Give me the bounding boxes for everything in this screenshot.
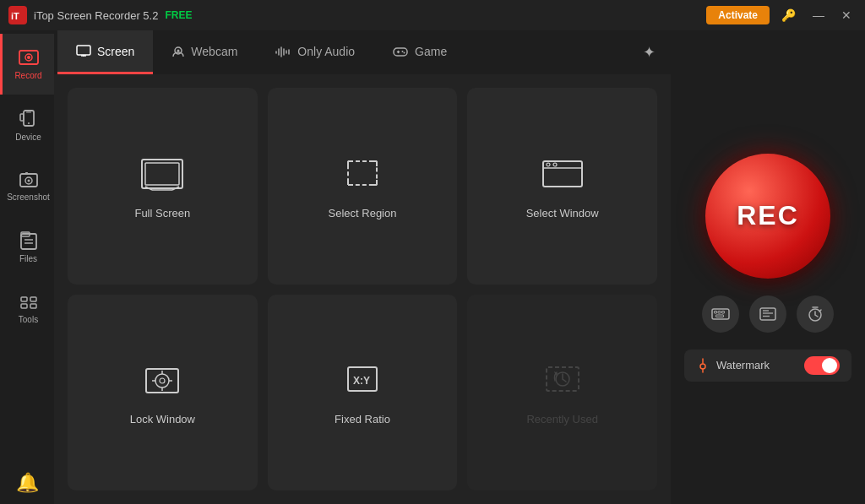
watermark-text: Watermark bbox=[716, 359, 770, 371]
lock-window-label: Lock Window bbox=[130, 413, 195, 425]
recently-used-label: Recently Used bbox=[526, 413, 598, 425]
fixed-ratio-label: Fixed Ratio bbox=[335, 413, 390, 425]
svg-rect-19 bbox=[21, 304, 27, 308]
fixed-ratio-icon: X:Y bbox=[337, 359, 388, 401]
webcam-tab-icon bbox=[171, 45, 185, 58]
svg-point-54 bbox=[553, 163, 557, 166]
mode-recently-used[interactable]: Recently Used bbox=[467, 295, 657, 491]
title-bar-right: Activate 🔑 — ✕ bbox=[706, 6, 857, 24]
mode-fixed-ratio[interactable]: X:Y Fixed Ratio bbox=[268, 295, 458, 491]
sidebar-item-screenshot[interactable]: Screenshot bbox=[0, 155, 54, 216]
sidebar-item-files-label: Files bbox=[19, 254, 37, 263]
sidebar-item-device-label: Device bbox=[15, 133, 41, 142]
screenshot-icon bbox=[19, 171, 39, 189]
caption-button[interactable] bbox=[749, 295, 786, 333]
svg-point-4 bbox=[27, 56, 30, 59]
tab-only-audio[interactable]: Only Audio bbox=[256, 30, 373, 74]
svg-point-56 bbox=[155, 374, 169, 387]
svg-text:X:Y: X:Y bbox=[353, 375, 370, 387]
sidebar-item-record[interactable]: Record bbox=[0, 34, 54, 95]
files-icon bbox=[19, 230, 38, 251]
rec-label: REC bbox=[737, 200, 799, 231]
svg-rect-18 bbox=[30, 297, 36, 301]
svg-rect-8 bbox=[20, 114, 24, 121]
svg-rect-68 bbox=[715, 311, 717, 313]
watermark-icon bbox=[696, 358, 710, 373]
svg-line-78 bbox=[819, 310, 821, 312]
sidebar-item-device[interactable]: Device bbox=[0, 95, 54, 155]
tab-ai-button[interactable]: ✦ bbox=[628, 30, 671, 74]
mode-select-window[interactable]: Select Window bbox=[467, 88, 657, 285]
mode-lock-window[interactable]: Lock Window bbox=[68, 295, 258, 491]
tab-screen[interactable]: Screen bbox=[57, 30, 153, 74]
settings-icon-btn[interactable]: 🔑 bbox=[776, 7, 801, 24]
app-title: iTop Screen Recorder 5.2 bbox=[34, 9, 158, 22]
select-region-label: Select Region bbox=[329, 207, 397, 219]
rec-button-wrap: REC bbox=[705, 154, 830, 279]
minimize-button[interactable]: — bbox=[808, 7, 830, 24]
main-layout: Record Device Sc bbox=[0, 30, 865, 504]
screen-tab-icon bbox=[76, 45, 91, 57]
sidebar-item-tools-label: Tools bbox=[19, 315, 38, 324]
recently-used-icon bbox=[537, 359, 588, 401]
select-region-icon bbox=[337, 153, 388, 195]
svg-rect-32 bbox=[394, 48, 407, 56]
mode-select-region[interactable]: Select Region bbox=[268, 88, 458, 285]
timer-button[interactable] bbox=[797, 295, 834, 333]
watermark-label-group: Watermark bbox=[696, 358, 770, 373]
svg-rect-67 bbox=[712, 309, 729, 319]
mode-full-screen[interactable]: Full Screen bbox=[68, 88, 258, 285]
audio-tab-icon bbox=[275, 46, 291, 57]
svg-rect-38 bbox=[145, 163, 179, 185]
svg-rect-12 bbox=[25, 172, 28, 175]
tab-game[interactable]: Game bbox=[373, 30, 465, 74]
full-screen-icon bbox=[137, 153, 188, 195]
svg-rect-6 bbox=[26, 111, 31, 112]
svg-point-61 bbox=[160, 378, 165, 383]
watermark-toggle[interactable] bbox=[804, 356, 840, 375]
sidebar-item-screenshot-label: Screenshot bbox=[7, 192, 50, 202]
close-button[interactable]: ✕ bbox=[836, 7, 857, 24]
sidebar-item-record-label: Record bbox=[14, 71, 41, 80]
lock-window-icon bbox=[137, 359, 188, 401]
watermark-row: Watermark bbox=[684, 350, 851, 382]
svg-rect-51 bbox=[543, 161, 582, 187]
bell-icon-btn[interactable]: 🔔 bbox=[0, 462, 54, 504]
sidebar-item-files[interactable]: Files bbox=[0, 216, 54, 277]
svg-point-35 bbox=[402, 51, 404, 52]
svg-point-7 bbox=[28, 122, 30, 124]
svg-rect-37 bbox=[142, 160, 182, 188]
free-badge: FREE bbox=[165, 9, 192, 21]
svg-rect-72 bbox=[760, 308, 775, 320]
rec-button[interactable]: REC bbox=[705, 154, 830, 279]
svg-rect-70 bbox=[722, 311, 725, 313]
svg-text:iT: iT bbox=[11, 11, 19, 21]
svg-rect-69 bbox=[718, 311, 721, 313]
recording-grid: Full Screen bbox=[54, 74, 671, 504]
device-icon bbox=[19, 109, 38, 129]
tab-webcam-label: Webcam bbox=[191, 45, 237, 58]
svg-rect-71 bbox=[716, 315, 724, 317]
record-icon bbox=[18, 49, 40, 68]
select-window-label: Select Window bbox=[526, 207, 599, 219]
title-bar-left: iT iTop Screen Recorder 5.2 FREE bbox=[8, 6, 706, 24]
activate-button[interactable]: Activate bbox=[706, 6, 770, 24]
tab-screen-label: Screen bbox=[97, 45, 134, 58]
game-tab-icon bbox=[392, 45, 409, 58]
tabs-bar: Screen Webcam bbox=[54, 30, 671, 74]
svg-rect-17 bbox=[21, 297, 27, 301]
svg-point-53 bbox=[547, 163, 550, 166]
app-logo: iT bbox=[8, 6, 27, 24]
svg-point-25 bbox=[177, 49, 180, 51]
sidebar: Record Device Sc bbox=[0, 30, 54, 504]
sidebar-item-tools[interactable]: Tools bbox=[0, 277, 54, 338]
tab-webcam[interactable]: Webcam bbox=[153, 30, 256, 74]
tab-only-audio-label: Only Audio bbox=[297, 45, 355, 58]
keyboard-shortcut-button[interactable] bbox=[702, 295, 739, 333]
content-area: Screen Webcam bbox=[54, 30, 671, 504]
toggle-thumb bbox=[822, 358, 837, 373]
svg-point-36 bbox=[404, 51, 405, 53]
tools-icon bbox=[19, 291, 39, 312]
small-buttons-row bbox=[702, 295, 834, 333]
title-bar: iT iTop Screen Recorder 5.2 FREE Activat… bbox=[0, 0, 865, 30]
